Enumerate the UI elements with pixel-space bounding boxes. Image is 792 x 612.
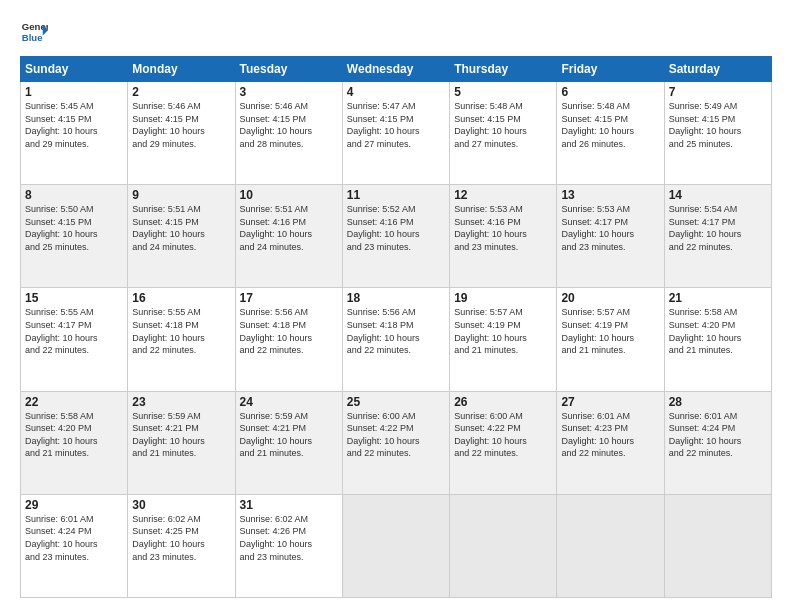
header: General Blue — [20, 18, 772, 46]
calendar-header-row: SundayMondayTuesdayWednesdayThursdayFrid… — [21, 57, 772, 82]
day-number: 2 — [132, 85, 230, 99]
day-number: 3 — [240, 85, 338, 99]
calendar-week-row: 1Sunrise: 5:45 AM Sunset: 4:15 PM Daylig… — [21, 82, 772, 185]
day-info: Sunrise: 5:51 AM Sunset: 4:15 PM Dayligh… — [132, 203, 230, 253]
day-info: Sunrise: 5:57 AM Sunset: 4:19 PM Dayligh… — [561, 306, 659, 356]
calendar-day-cell: 20Sunrise: 5:57 AM Sunset: 4:19 PM Dayli… — [557, 288, 664, 391]
day-info: Sunrise: 5:57 AM Sunset: 4:19 PM Dayligh… — [454, 306, 552, 356]
day-info: Sunrise: 5:54 AM Sunset: 4:17 PM Dayligh… — [669, 203, 767, 253]
calendar-week-row: 29Sunrise: 6:01 AM Sunset: 4:24 PM Dayli… — [21, 494, 772, 597]
calendar-day-cell: 31Sunrise: 6:02 AM Sunset: 4:26 PM Dayli… — [235, 494, 342, 597]
day-info: Sunrise: 5:50 AM Sunset: 4:15 PM Dayligh… — [25, 203, 123, 253]
calendar-day-cell: 9Sunrise: 5:51 AM Sunset: 4:15 PM Daylig… — [128, 185, 235, 288]
calendar-day-cell: 18Sunrise: 5:56 AM Sunset: 4:18 PM Dayli… — [342, 288, 449, 391]
day-number: 12 — [454, 188, 552, 202]
calendar-day-cell: 22Sunrise: 5:58 AM Sunset: 4:20 PM Dayli… — [21, 391, 128, 494]
day-info: Sunrise: 5:53 AM Sunset: 4:17 PM Dayligh… — [561, 203, 659, 253]
calendar-day-cell: 8Sunrise: 5:50 AM Sunset: 4:15 PM Daylig… — [21, 185, 128, 288]
day-number: 28 — [669, 395, 767, 409]
day-number: 23 — [132, 395, 230, 409]
calendar-day-cell: 27Sunrise: 6:01 AM Sunset: 4:23 PM Dayli… — [557, 391, 664, 494]
day-number: 18 — [347, 291, 445, 305]
day-number: 31 — [240, 498, 338, 512]
calendar-week-row: 22Sunrise: 5:58 AM Sunset: 4:20 PM Dayli… — [21, 391, 772, 494]
day-number: 29 — [25, 498, 123, 512]
calendar-day-cell — [557, 494, 664, 597]
day-number: 25 — [347, 395, 445, 409]
day-info: Sunrise: 5:45 AM Sunset: 4:15 PM Dayligh… — [25, 100, 123, 150]
svg-text:Blue: Blue — [22, 32, 43, 43]
day-info: Sunrise: 6:00 AM Sunset: 4:22 PM Dayligh… — [454, 410, 552, 460]
logo-icon: General Blue — [20, 18, 48, 46]
day-number: 16 — [132, 291, 230, 305]
day-number: 5 — [454, 85, 552, 99]
calendar-day-cell: 2Sunrise: 5:46 AM Sunset: 4:15 PM Daylig… — [128, 82, 235, 185]
day-number: 14 — [669, 188, 767, 202]
calendar-day-cell: 26Sunrise: 6:00 AM Sunset: 4:22 PM Dayli… — [450, 391, 557, 494]
day-number: 13 — [561, 188, 659, 202]
calendar-day-cell: 23Sunrise: 5:59 AM Sunset: 4:21 PM Dayli… — [128, 391, 235, 494]
day-info: Sunrise: 5:53 AM Sunset: 4:16 PM Dayligh… — [454, 203, 552, 253]
day-info: Sunrise: 5:49 AM Sunset: 4:15 PM Dayligh… — [669, 100, 767, 150]
day-info: Sunrise: 6:01 AM Sunset: 4:24 PM Dayligh… — [669, 410, 767, 460]
day-info: Sunrise: 5:52 AM Sunset: 4:16 PM Dayligh… — [347, 203, 445, 253]
page: General Blue SundayMondayTuesdayWednesda… — [0, 0, 792, 612]
col-header-friday: Friday — [557, 57, 664, 82]
day-number: 10 — [240, 188, 338, 202]
day-number: 24 — [240, 395, 338, 409]
calendar-day-cell: 13Sunrise: 5:53 AM Sunset: 4:17 PM Dayli… — [557, 185, 664, 288]
day-info: Sunrise: 6:01 AM Sunset: 4:23 PM Dayligh… — [561, 410, 659, 460]
calendar-week-row: 8Sunrise: 5:50 AM Sunset: 4:15 PM Daylig… — [21, 185, 772, 288]
calendar-day-cell: 24Sunrise: 5:59 AM Sunset: 4:21 PM Dayli… — [235, 391, 342, 494]
calendar-day-cell: 14Sunrise: 5:54 AM Sunset: 4:17 PM Dayli… — [664, 185, 771, 288]
calendar-day-cell: 4Sunrise: 5:47 AM Sunset: 4:15 PM Daylig… — [342, 82, 449, 185]
calendar-day-cell: 30Sunrise: 6:02 AM Sunset: 4:25 PM Dayli… — [128, 494, 235, 597]
day-number: 8 — [25, 188, 123, 202]
day-number: 30 — [132, 498, 230, 512]
day-number: 1 — [25, 85, 123, 99]
calendar-day-cell: 11Sunrise: 5:52 AM Sunset: 4:16 PM Dayli… — [342, 185, 449, 288]
day-info: Sunrise: 5:46 AM Sunset: 4:15 PM Dayligh… — [240, 100, 338, 150]
day-number: 9 — [132, 188, 230, 202]
logo: General Blue — [20, 18, 48, 46]
day-info: Sunrise: 6:01 AM Sunset: 4:24 PM Dayligh… — [25, 513, 123, 563]
calendar-day-cell: 5Sunrise: 5:48 AM Sunset: 4:15 PM Daylig… — [450, 82, 557, 185]
day-info: Sunrise: 5:59 AM Sunset: 4:21 PM Dayligh… — [240, 410, 338, 460]
day-info: Sunrise: 5:58 AM Sunset: 4:20 PM Dayligh… — [669, 306, 767, 356]
day-number: 7 — [669, 85, 767, 99]
calendar-day-cell: 28Sunrise: 6:01 AM Sunset: 4:24 PM Dayli… — [664, 391, 771, 494]
calendar-day-cell: 15Sunrise: 5:55 AM Sunset: 4:17 PM Dayli… — [21, 288, 128, 391]
day-info: Sunrise: 5:55 AM Sunset: 4:18 PM Dayligh… — [132, 306, 230, 356]
calendar-day-cell: 7Sunrise: 5:49 AM Sunset: 4:15 PM Daylig… — [664, 82, 771, 185]
calendar-day-cell: 3Sunrise: 5:46 AM Sunset: 4:15 PM Daylig… — [235, 82, 342, 185]
calendar-day-cell: 19Sunrise: 5:57 AM Sunset: 4:19 PM Dayli… — [450, 288, 557, 391]
day-number: 20 — [561, 291, 659, 305]
calendar-day-cell: 17Sunrise: 5:56 AM Sunset: 4:18 PM Dayli… — [235, 288, 342, 391]
day-info: Sunrise: 5:55 AM Sunset: 4:17 PM Dayligh… — [25, 306, 123, 356]
day-number: 27 — [561, 395, 659, 409]
day-number: 19 — [454, 291, 552, 305]
day-number: 11 — [347, 188, 445, 202]
day-info: Sunrise: 5:46 AM Sunset: 4:15 PM Dayligh… — [132, 100, 230, 150]
calendar-week-row: 15Sunrise: 5:55 AM Sunset: 4:17 PM Dayli… — [21, 288, 772, 391]
col-header-wednesday: Wednesday — [342, 57, 449, 82]
day-info: Sunrise: 5:48 AM Sunset: 4:15 PM Dayligh… — [561, 100, 659, 150]
day-number: 6 — [561, 85, 659, 99]
col-header-sunday: Sunday — [21, 57, 128, 82]
day-info: Sunrise: 5:47 AM Sunset: 4:15 PM Dayligh… — [347, 100, 445, 150]
day-info: Sunrise: 5:58 AM Sunset: 4:20 PM Dayligh… — [25, 410, 123, 460]
day-info: Sunrise: 5:56 AM Sunset: 4:18 PM Dayligh… — [347, 306, 445, 356]
calendar-day-cell: 6Sunrise: 5:48 AM Sunset: 4:15 PM Daylig… — [557, 82, 664, 185]
day-number: 15 — [25, 291, 123, 305]
day-info: Sunrise: 5:51 AM Sunset: 4:16 PM Dayligh… — [240, 203, 338, 253]
day-number: 21 — [669, 291, 767, 305]
day-number: 4 — [347, 85, 445, 99]
calendar-day-cell — [450, 494, 557, 597]
day-info: Sunrise: 5:48 AM Sunset: 4:15 PM Dayligh… — [454, 100, 552, 150]
day-info: Sunrise: 5:56 AM Sunset: 4:18 PM Dayligh… — [240, 306, 338, 356]
calendar-table: SundayMondayTuesdayWednesdayThursdayFrid… — [20, 56, 772, 598]
calendar-day-cell: 12Sunrise: 5:53 AM Sunset: 4:16 PM Dayli… — [450, 185, 557, 288]
day-number: 26 — [454, 395, 552, 409]
calendar-day-cell — [342, 494, 449, 597]
calendar-day-cell: 21Sunrise: 5:58 AM Sunset: 4:20 PM Dayli… — [664, 288, 771, 391]
